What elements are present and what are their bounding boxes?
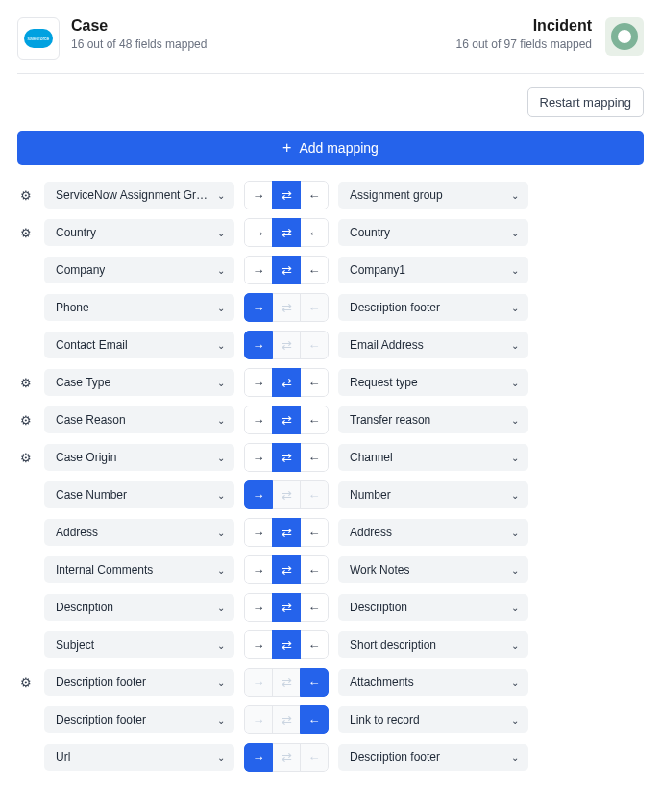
right-field-dropdown[interactable]: Link to record⌄ — [338, 706, 528, 733]
direction-right-button[interactable]: → — [244, 480, 273, 509]
right-field-dropdown[interactable]: Work Notes⌄ — [338, 556, 528, 583]
left-field-dropdown[interactable]: Company⌄ — [44, 257, 234, 283]
right-field-dropdown[interactable]: Short description⌄ — [338, 631, 528, 658]
left-field-dropdown[interactable]: Description footer⌄ — [44, 669, 234, 696]
direction-right-button[interactable]: → — [244, 368, 273, 397]
direction-left-button[interactable]: ← — [300, 443, 329, 472]
direction-left-button[interactable]: ← — [300, 743, 329, 772]
direction-left-button[interactable]: ← — [300, 331, 329, 359]
direction-left-button[interactable]: ← — [300, 555, 329, 584]
direction-right-button[interactable]: → — [244, 743, 273, 772]
right-field-dropdown[interactable]: Email Address⌄ — [338, 332, 528, 358]
direction-both-button[interactable]: ⇄ — [272, 705, 301, 734]
direction-left-button[interactable]: ← — [300, 518, 329, 547]
right-field-dropdown[interactable]: Company1⌄ — [338, 257, 528, 283]
left-field-dropdown[interactable]: Case Type⌄ — [44, 369, 234, 396]
direction-both-button[interactable]: ⇄ — [272, 518, 301, 547]
direction-right-button[interactable]: → — [244, 518, 273, 547]
direction-right-button[interactable]: → — [244, 406, 273, 434]
right-field-dropdown[interactable]: Assignment group⌄ — [338, 182, 528, 209]
direction-both-button[interactable]: ⇄ — [272, 593, 301, 622]
mapping-row: Subject⌄→⇄←Short description⌄ — [17, 630, 644, 659]
direction-left-button[interactable]: ← — [300, 480, 329, 509]
direction-both-button[interactable]: ⇄ — [272, 218, 301, 247]
right-field-dropdown[interactable]: Description footer⌄ — [338, 294, 528, 321]
direction-left-button[interactable]: ← — [300, 218, 329, 247]
left-field-dropdown[interactable]: Contact Email⌄ — [44, 332, 234, 358]
direction-both-button[interactable]: ⇄ — [272, 480, 301, 509]
left-sub: 16 out of 48 fields mapped — [71, 37, 207, 51]
gear-icon[interactable]: ⚙ — [20, 676, 32, 690]
right-field-dropdown[interactable]: Address⌄ — [338, 519, 528, 546]
left-field-dropdown[interactable]: Case Reason⌄ — [44, 406, 234, 433]
avatar[interactable] — [605, 17, 644, 56]
left-field-dropdown[interactable]: Address⌄ — [44, 519, 234, 546]
left-field-dropdown[interactable]: Description⌄ — [44, 594, 234, 621]
direction-right-button[interactable]: → — [244, 668, 273, 697]
right-field-dropdown[interactable]: Description footer⌄ — [338, 744, 528, 771]
add-mapping-button[interactable]: + Add mapping — [17, 131, 644, 165]
chevron-down-icon: ⌄ — [217, 265, 225, 276]
restart-mapping-button[interactable]: Restart mapping — [527, 87, 644, 117]
direction-left-button[interactable]: ← — [300, 293, 329, 322]
left-field-dropdown[interactable]: Internal Comments⌄ — [44, 556, 234, 583]
direction-right-button[interactable]: → — [244, 181, 273, 209]
gear-icon[interactable]: ⚙ — [20, 451, 32, 465]
direction-both-button[interactable]: ⇄ — [272, 555, 301, 584]
direction-left-button[interactable]: ← — [300, 181, 329, 209]
direction-left-button[interactable]: ← — [300, 406, 329, 434]
direction-both-button[interactable]: ⇄ — [272, 256, 301, 284]
gear-icon[interactable]: ⚙ — [20, 188, 32, 203]
direction-both-button[interactable]: ⇄ — [272, 630, 301, 659]
left-field-label: Description — [56, 601, 113, 614]
direction-both-button[interactable]: ⇄ — [272, 368, 301, 397]
direction-left-button[interactable]: ← — [300, 368, 329, 397]
direction-right-button[interactable]: → — [244, 256, 273, 284]
right-field-dropdown[interactable]: Transfer reason⌄ — [338, 406, 528, 433]
left-field-dropdown[interactable]: Subject⌄ — [44, 631, 234, 658]
chevron-down-icon: ⌄ — [511, 490, 519, 501]
direction-left-button[interactable]: ← — [300, 593, 329, 622]
direction-both-button[interactable]: ⇄ — [272, 331, 301, 359]
direction-right-button[interactable]: → — [244, 443, 273, 472]
left-field-dropdown[interactable]: ServiceNow Assignment Group⌄ — [44, 182, 234, 209]
direction-both-button[interactable]: ⇄ — [272, 668, 301, 697]
direction-right-button[interactable]: → — [244, 593, 273, 622]
left-field-dropdown[interactable]: Phone⌄ — [44, 294, 234, 321]
left-field-dropdown[interactable]: Case Number⌄ — [44, 481, 234, 508]
left-field-dropdown[interactable]: Description footer⌄ — [44, 706, 234, 733]
direction-both-button[interactable]: ⇄ — [272, 181, 301, 209]
direction-right-button[interactable]: → — [244, 293, 273, 322]
gear-icon[interactable]: ⚙ — [20, 376, 32, 390]
gear-icon[interactable]: ⚙ — [20, 226, 32, 240]
right-field-dropdown[interactable]: Number⌄ — [338, 481, 528, 508]
direction-right-button[interactable]: → — [244, 555, 273, 584]
right-field-dropdown[interactable]: Description⌄ — [338, 594, 528, 621]
right-field-dropdown[interactable]: Request type⌄ — [338, 369, 528, 396]
chevron-down-icon: ⌄ — [217, 528, 225, 538]
chevron-down-icon: ⌄ — [511, 677, 519, 688]
direction-right-button[interactable]: → — [244, 630, 273, 659]
left-field-label: Case Type — [56, 376, 110, 389]
direction-left-button[interactable]: ← — [300, 256, 329, 284]
direction-right-button[interactable]: → — [244, 705, 273, 734]
direction-left-button[interactable]: ← — [300, 668, 329, 697]
chevron-down-icon: ⌄ — [217, 340, 225, 351]
direction-both-button[interactable]: ⇄ — [272, 406, 301, 434]
right-field-dropdown[interactable]: Country⌄ — [338, 219, 528, 246]
direction-left-button[interactable]: ← — [300, 630, 329, 659]
direction-both-button[interactable]: ⇄ — [272, 443, 301, 472]
direction-both-button[interactable]: ⇄ — [272, 743, 301, 772]
right-field-label: Country — [350, 226, 390, 239]
right-field-dropdown[interactable]: Channel⌄ — [338, 444, 528, 471]
gear-icon[interactable]: ⚙ — [20, 413, 32, 428]
direction-both-button[interactable]: ⇄ — [272, 293, 301, 322]
left-field-dropdown[interactable]: Country⌄ — [44, 219, 234, 246]
direction-left-button[interactable]: ← — [300, 705, 329, 734]
left-field-dropdown[interactable]: Url⌄ — [44, 744, 234, 771]
direction-right-button[interactable]: → — [244, 331, 273, 359]
left-field-dropdown[interactable]: Case Origin⌄ — [44, 444, 234, 471]
right-field-dropdown[interactable]: Attachments⌄ — [338, 669, 528, 696]
direction-group: →⇄← — [244, 630, 329, 659]
direction-right-button[interactable]: → — [244, 218, 273, 247]
